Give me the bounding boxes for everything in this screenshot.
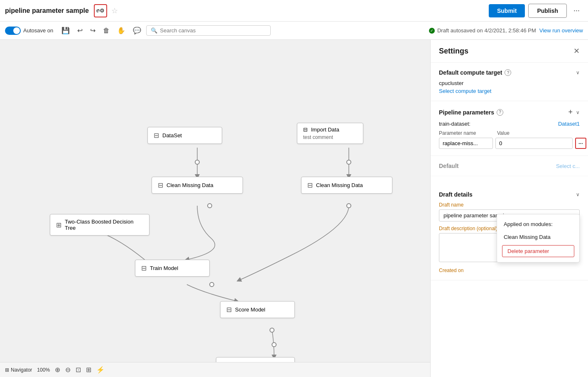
canvas[interactable]: ⊟ DataSet ⊟ Import Data test comment ⊟ C…: [0, 40, 430, 377]
navigator-icon: ⊞: [5, 367, 9, 373]
default-compute-2-title: Default: [439, 163, 458, 169]
compute-section-title: Default compute target: [439, 69, 502, 76]
favorite-button[interactable]: ☆: [111, 6, 118, 15]
param-value-input[interactable]: [495, 138, 573, 149]
zoom-in-button[interactable]: ⊕: [55, 366, 60, 374]
compute-help-icon[interactable]: ?: [505, 69, 511, 76]
lightning-button[interactable]: ⚡: [96, 366, 105, 374]
param-dropdown-popup: Applied on modules: Clean Missing Data D…: [497, 214, 580, 263]
fit-view-button[interactable]: ⊡: [76, 366, 81, 374]
clean2-label: Clean Missing Data: [316, 182, 363, 188]
clean2-icon: ⊟: [307, 181, 313, 189]
delete-parameter-button[interactable]: Delete parameter: [502, 245, 574, 257]
svg-point-0: [195, 160, 199, 164]
default-compute-2-section: Default Select c...: [431, 156, 588, 176]
svg-point-1: [347, 160, 351, 164]
autosave-label: Autosave on: [23, 27, 53, 34]
two-class-label: Two-Class Boosted Decision Tree: [65, 219, 143, 231]
pipeline-params-help-icon[interactable]: ?: [497, 109, 503, 116]
clean1-icon: ⊟: [158, 181, 163, 189]
svg-point-7: [272, 343, 276, 347]
select-compute-2-link[interactable]: Select c...: [556, 163, 580, 169]
import-data-comment: test comment: [303, 134, 357, 140]
comment-button[interactable]: 💬: [130, 25, 144, 36]
grid-button[interactable]: ⊞: [86, 366, 91, 374]
settings-header: Settings ✕: [431, 40, 588, 63]
select-compute-link[interactable]: Select compute target: [439, 88, 491, 94]
top-bar: pipeline parameter sample ⚙ ☆ Submit Pub…: [0, 0, 588, 22]
param-inputs: ···: [439, 138, 580, 149]
draft-section-header[interactable]: Draft details ∨: [439, 191, 580, 198]
publish-button[interactable]: Publish: [528, 4, 567, 18]
score-icon: ⊟: [226, 306, 232, 314]
compute-section-header[interactable]: Default compute target ? ∨: [439, 69, 580, 76]
svg-point-3: [347, 204, 351, 208]
train-model-node[interactable]: ⊟ Train Model: [135, 260, 210, 277]
param-name-label: Parameter name: [439, 130, 497, 136]
compute-section: Default compute target ? ∨ cpucluster Se…: [431, 63, 588, 101]
pipeline-params-content: train-dataset: Dataset1 Parameter name V…: [439, 121, 580, 149]
status-text: Draft autosaved on 4/2/2021, 2:58:46 PM: [437, 27, 536, 34]
compute-chevron: ∨: [576, 70, 580, 75]
clean1-label: Clean Missing Data: [167, 182, 213, 188]
svg-point-5: [210, 282, 214, 287]
draft-name-label: Draft name: [439, 202, 580, 208]
pipeline-params-title: Pipeline parameters: [439, 109, 494, 116]
save-button[interactable]: 💾: [59, 25, 72, 36]
pipeline-params-section: Pipeline parameters ? + ∨ train-dataset:…: [431, 101, 588, 156]
redo-button[interactable]: ↪: [88, 25, 98, 36]
dataset-label: DataSet: [162, 132, 182, 139]
settings-title: Settings: [439, 47, 468, 56]
svg-point-6: [270, 328, 274, 332]
settings-panel: Settings ✕ Default compute target ? ∨ cp…: [430, 40, 588, 377]
dataset-node[interactable]: ⊟ DataSet: [147, 127, 222, 144]
param-more-button[interactable]: ···: [575, 138, 586, 149]
two-class-node[interactable]: ⊞ Two-Class Boosted Decision Tree: [50, 214, 149, 236]
more-options-button[interactable]: ···: [570, 5, 583, 17]
compute-section-content: cpucluster Select compute target: [439, 80, 580, 94]
dataset-icon: ⊟: [154, 131, 159, 139]
train-dataset-row: train-dataset: Dataset1: [439, 121, 580, 127]
clean-missing-data-1-node[interactable]: ⊟ Clean Missing Data: [152, 177, 243, 194]
zoom-level[interactable]: 100%: [37, 367, 50, 373]
import-data-node[interactable]: ⊟ Import Data test comment: [297, 123, 363, 144]
main-area: ⊟ DataSet ⊟ Import Data test comment ⊟ C…: [0, 40, 588, 377]
param-name-input[interactable]: [439, 138, 493, 149]
train-icon: ⊟: [141, 264, 147, 272]
score-model-node[interactable]: ⊟ Score Model: [220, 301, 295, 318]
clean-missing-data-2-node[interactable]: ⊟ Clean Missing Data: [301, 177, 392, 194]
toolbar: Autosave on 💾 ↩ ↪ 🗑 ✋ 💬 🔍 ✓ Draft autosa…: [0, 22, 588, 40]
svg-point-2: [208, 204, 212, 208]
compute-value: cpucluster: [439, 80, 580, 86]
train-dataset-key: train-dataset:: [439, 121, 470, 127]
train-dataset-val[interactable]: Dataset1: [558, 121, 580, 127]
undo-button[interactable]: ↩: [75, 25, 85, 36]
pan-button[interactable]: ✋: [115, 25, 128, 36]
default-compute-2-header[interactable]: Default Select c...: [439, 163, 580, 169]
view-run-link[interactable]: View run overview: [539, 27, 583, 34]
settings-gear-button[interactable]: ⚙: [94, 4, 107, 17]
module-name-item[interactable]: Clean Missing Data: [497, 231, 579, 243]
param-labels: Parameter name Value: [439, 130, 580, 136]
pipeline-params-chevron: ∨: [576, 109, 580, 115]
navigator-label: Navigator: [11, 367, 32, 373]
applied-on-label: Applied on modules:: [497, 218, 579, 231]
autosave-status: ✓ Draft autosaved on 4/2/2021, 2:58:46 P…: [429, 27, 536, 34]
zoom-out-button[interactable]: ⊖: [65, 366, 71, 374]
add-param-button[interactable]: +: [567, 108, 573, 117]
canvas-connections: [0, 40, 430, 377]
search-box[interactable]: 🔍: [146, 25, 271, 36]
autosave-toggle[interactable]: Autosave on: [5, 27, 53, 35]
search-input[interactable]: [160, 27, 266, 34]
submit-button[interactable]: Submit: [489, 4, 525, 17]
delete-button[interactable]: 🗑: [100, 25, 112, 36]
navigator-button[interactable]: ⊞ Navigator: [5, 367, 32, 373]
pipeline-params-header[interactable]: Pipeline parameters ? + ∨: [439, 108, 580, 117]
settings-close-button[interactable]: ✕: [573, 46, 580, 56]
score-label: Score Model: [235, 306, 265, 313]
bottom-bar: ⊞ Navigator 100% ⊕ ⊖ ⊡ ⊞ ⚡: [0, 362, 430, 377]
import-data-icon: ⊟: [303, 126, 308, 133]
search-icon: 🔍: [151, 27, 157, 34]
param-value-label: Value: [497, 130, 510, 136]
autosave-switch[interactable]: [5, 27, 21, 35]
